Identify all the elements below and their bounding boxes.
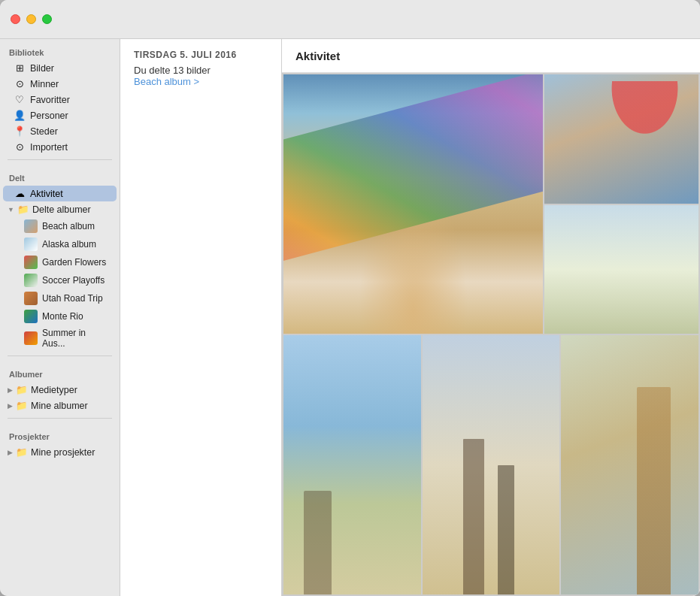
maximize-button[interactable]	[42, 14, 52, 24]
sidebar-label-personer: Personer	[30, 110, 111, 121]
activity-right-panel: Aktivitet	[282, 39, 700, 596]
sidebar-item-soccer-playoffs[interactable]: Soccer Playoffs	[3, 271, 117, 289]
chevron-right-icon-projects: ▶	[8, 449, 13, 456]
content-area: TIRSDAG 5. JULI 2016 Du delte 13 bilder …	[120, 39, 700, 596]
memories-icon: ⊙	[14, 78, 26, 89]
mine-prosjekter-label: Mine prosjekter	[31, 447, 95, 458]
mine-prosjekter-group[interactable]: ▶ 📁 Mine prosjekter	[3, 444, 117, 460]
divider-2	[8, 355, 112, 356]
activity-date: TIRSDAG 5. JULI 2016	[134, 50, 268, 60]
alaska-album-label: Alaska album	[42, 239, 96, 250]
sidebar-item-garden-flowers[interactable]: Garden Flowers	[3, 253, 117, 271]
sidebar-item-steder[interactable]: 📍 Steder	[3, 123, 117, 139]
sidebar-item-importert[interactable]: ⊙ Importert	[3, 139, 117, 155]
folder-icon: 📁	[17, 204, 29, 215]
sidebar-item-favoritter[interactable]: ♡ Favoritter	[3, 92, 117, 107]
photo-bottom-right-top[interactable]	[544, 205, 698, 334]
garden-album-thumb	[24, 256, 38, 269]
shared-header: Delt	[0, 165, 120, 186]
summer-album-thumb	[24, 331, 38, 345]
medietyper-label: Medietyper	[31, 385, 77, 395]
my-albums-icon: 📁	[16, 400, 28, 411]
chevron-down-icon: ▼	[8, 206, 14, 213]
import-icon: ⊙	[14, 141, 26, 153]
sidebar-label-aktivitet: Aktivitet	[30, 189, 111, 199]
close-button[interactable]	[11, 14, 20, 24]
alaska-album-thumb	[24, 237, 38, 251]
photo-top-right[interactable]	[544, 74, 698, 204]
soccer-album-thumb	[24, 274, 38, 287]
sidebar-label-importert: Importert	[30, 142, 111, 153]
summer-album-label: Summer in Aus...	[42, 328, 111, 349]
traffic-lights	[11, 14, 52, 24]
photos-icon: ⊞	[14, 62, 26, 74]
albumer-header: Albumer	[0, 361, 120, 382]
minimize-button[interactable]	[26, 14, 36, 24]
sidebar: Bibliotek ⊞ Bilder ⊙ Minner ♡ Favoritter…	[0, 39, 120, 596]
sidebar-item-minner[interactable]: ⊙ Minner	[3, 76, 117, 92]
divider-3	[8, 418, 112, 419]
activity-album-link[interactable]: Beach album >	[134, 76, 268, 87]
photo-bottom-middle[interactable]	[423, 335, 560, 594]
sidebar-label-steder: Steder	[30, 126, 111, 137]
sidebar-label-minner: Minner	[30, 79, 111, 89]
chevron-right-icon-mine: ▶	[8, 402, 13, 410]
sidebar-item-alaska-album[interactable]: Alaska album	[3, 235, 117, 253]
sidebar-item-aktivitet[interactable]: ☁ Aktivitet	[3, 186, 117, 201]
photo-bottom-row	[283, 335, 698, 594]
people-icon: 👤	[14, 110, 26, 121]
monte-album-thumb	[24, 310, 38, 323]
sidebar-item-beach-album[interactable]: Beach album	[3, 217, 117, 235]
prosjekter-header: Prosjekter	[0, 423, 120, 444]
mine-albumer-label: Mine albumer	[31, 401, 88, 411]
divider-1	[8, 159, 112, 160]
photo-main-large[interactable]	[283, 74, 543, 334]
projects-icon: 📁	[16, 446, 28, 458]
medietyper-group[interactable]: ▶ 📁 Medietyper	[3, 382, 117, 398]
activity-shared-text: Du delte 13 bilder	[134, 65, 268, 76]
places-icon: 📍	[14, 126, 26, 137]
sidebar-item-monte-rio[interactable]: Monte Rio	[3, 307, 117, 325]
activity-left-panel: TIRSDAG 5. JULI 2016 Du delte 13 bilder …	[120, 39, 282, 596]
chevron-right-icon-media: ▶	[8, 386, 13, 394]
main-window: Bibliotek ⊞ Bilder ⊙ Minner ♡ Favoritter…	[0, 0, 700, 596]
library-header: Bibliotek	[0, 39, 120, 60]
media-types-icon: 📁	[16, 384, 28, 395]
photo-bottom-left[interactable]	[283, 335, 421, 594]
favorites-icon: ♡	[14, 94, 26, 105]
photo-right-column	[544, 74, 698, 334]
garden-album-label: Garden Flowers	[42, 257, 106, 268]
delte-albumer-label: Delte albumer	[32, 204, 91, 215]
mine-albumer-group[interactable]: ▶ 📁 Mine albumer	[3, 398, 117, 413]
titlebar	[0, 0, 700, 39]
content-header: Aktivitet	[282, 39, 700, 73]
photo-bottom-right-bottom[interactable]	[561, 335, 698, 594]
monte-album-label: Monte Rio	[42, 311, 83, 322]
activity-icon: ☁	[14, 188, 26, 199]
content-title: Aktivitet	[295, 50, 340, 62]
sidebar-label-bilder: Bilder	[30, 63, 111, 74]
delte-albumer-group[interactable]: ▼ 📁 Delte albumer	[3, 201, 117, 217]
utah-album-thumb	[24, 292, 38, 305]
sidebar-item-utah-road-trip[interactable]: Utah Road Trip	[3, 289, 117, 307]
utah-album-label: Utah Road Trip	[42, 293, 103, 304]
soccer-album-label: Soccer Playoffs	[42, 275, 105, 286]
sidebar-item-summer[interactable]: Summer in Aus...	[3, 325, 117, 351]
beach-album-label: Beach album	[42, 221, 95, 231]
photos-grid	[282, 73, 700, 596]
main-content: Bibliotek ⊞ Bilder ⊙ Minner ♡ Favoritter…	[0, 39, 700, 596]
sidebar-item-personer[interactable]: 👤 Personer	[3, 107, 117, 123]
sidebar-label-favoritter: Favoritter	[30, 95, 111, 105]
sidebar-item-bilder[interactable]: ⊞ Bilder	[3, 60, 117, 76]
beach-album-thumb	[24, 219, 38, 233]
